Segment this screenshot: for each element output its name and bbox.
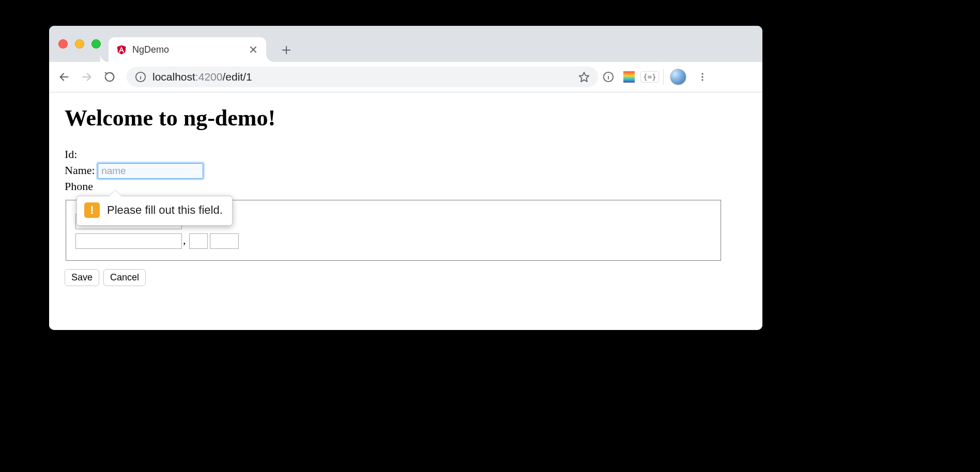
extension-info-icon[interactable] xyxy=(601,70,616,84)
page-title: Welcome to ng-demo! xyxy=(65,105,747,131)
back-button[interactable] xyxy=(54,67,74,87)
tab-strip: NgDemo xyxy=(49,26,762,62)
name-input[interactable] xyxy=(98,163,203,179)
save-button[interactable]: Save xyxy=(65,269,99,286)
profile-avatar[interactable] xyxy=(670,69,686,85)
button-row: Save Cancel xyxy=(65,269,747,286)
url-text: localhost:4200/edit/1 xyxy=(152,71,252,83)
address-zip-input[interactable] xyxy=(210,233,239,249)
svg-marker-11 xyxy=(579,72,589,82)
phone-label: Phone xyxy=(65,180,93,193)
id-label: Id: xyxy=(65,148,77,161)
tab-title: NgDemo xyxy=(132,44,242,55)
forward-button[interactable] xyxy=(77,67,97,87)
toolbar-right: {=} xyxy=(601,67,716,87)
page-viewport: Welcome to ng-demo! Id: Name: Phone , xyxy=(49,92,762,330)
svg-point-17 xyxy=(701,79,703,81)
svg-point-15 xyxy=(701,73,703,75)
id-line: Id: xyxy=(65,147,747,163)
cancel-button[interactable]: Cancel xyxy=(103,269,146,286)
tab-ngdemo[interactable]: NgDemo xyxy=(109,37,266,62)
window-maximize-icon[interactable] xyxy=(91,39,101,49)
address-comma: , xyxy=(183,233,186,246)
phone-line: Phone xyxy=(65,179,747,195)
toolbar: localhost:4200/edit/1 xyxy=(49,62,762,92)
bookmark-icon[interactable] xyxy=(578,71,590,83)
browser-window: NgDemo xyxy=(49,26,762,330)
name-label: Name: xyxy=(65,164,95,177)
toolbar-divider xyxy=(663,69,664,85)
site-info-icon[interactable] xyxy=(135,71,146,83)
angular-icon xyxy=(116,44,127,55)
window-minimize-icon[interactable] xyxy=(75,39,84,49)
browser-menu-button[interactable] xyxy=(693,67,712,87)
svg-point-16 xyxy=(701,76,703,77)
warning-icon: ! xyxy=(84,202,100,218)
new-tab-button[interactable] xyxy=(279,42,294,58)
tab-close-icon[interactable] xyxy=(248,44,259,55)
address-bar[interactable]: localhost:4200/edit/1 xyxy=(127,67,598,87)
validation-message: Please fill out this field. xyxy=(107,203,223,217)
address-city-input[interactable] xyxy=(75,233,182,249)
reload-button[interactable] xyxy=(100,67,119,87)
validation-tooltip: ! Please fill out this field. xyxy=(76,196,233,226)
address-state-input[interactable] xyxy=(189,233,208,249)
extension-braces-icon[interactable]: {=} xyxy=(642,70,657,84)
extension-lighthouse-icon[interactable] xyxy=(622,70,636,84)
window-close-icon[interactable] xyxy=(58,39,68,49)
name-line: Name: xyxy=(65,163,747,179)
window-controls xyxy=(58,39,101,49)
